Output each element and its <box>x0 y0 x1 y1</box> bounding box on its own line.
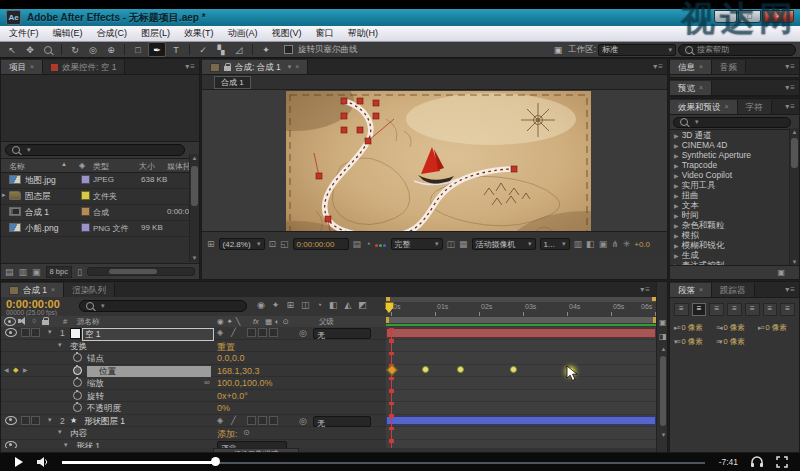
panel-menu-icon[interactable]: ▾≡ <box>785 285 796 294</box>
menu-item[interactable]: 帮助(H) <box>341 26 386 41</box>
panel-menu-icon[interactable]: ▾≡ <box>785 83 796 92</box>
brush-tool-icon[interactable]: ✓ <box>195 43 211 56</box>
effect-category[interactable]: ▶CINEMA 4D <box>670 140 799 150</box>
type-tool-icon[interactable]: T <box>168 43 184 56</box>
bit-depth-button[interactable]: 8 bpc <box>46 266 72 278</box>
breadcrumb[interactable]: 合成 1 <box>214 76 251 89</box>
headphones-icon[interactable] <box>750 456 764 468</box>
panel-menu-icon[interactable]: ▾≡ <box>785 102 796 111</box>
timeline-row[interactable]: ▾变换重置 <box>1 340 386 353</box>
effects-search-input[interactable]: ▾ <box>673 117 791 128</box>
label-column-icon[interactable]: ◈ <box>79 161 85 170</box>
parent-dropdown[interactable]: 无▾ <box>313 416 371 427</box>
volume-icon[interactable] <box>36 456 50 468</box>
column-parent[interactable]: 父级 <box>319 317 334 327</box>
selection-tool-icon[interactable]: ↖ <box>4 43 20 56</box>
brainstorm-icon[interactable]: ◧ <box>329 300 338 310</box>
label-swatch[interactable] <box>81 223 90 232</box>
audio-toggle-box[interactable] <box>21 328 30 337</box>
frame-blend-icon[interactable]: ◫ <box>301 300 310 310</box>
tab-effects-presets[interactable]: 效果和预设× <box>670 100 738 114</box>
graph-editor-icon[interactable]: ◩ <box>358 300 367 310</box>
magnification-dropdown[interactable]: (42.8%)▾ <box>219 238 265 250</box>
rectangle-tool-icon[interactable]: □ <box>130 43 146 56</box>
timeline-track-row[interactable] <box>386 352 656 365</box>
draft-3d-icon[interactable]: ✦ <box>272 300 280 310</box>
solo-toggle-box[interactable] <box>31 328 40 337</box>
align-right-button[interactable]: ≡ <box>709 303 724 316</box>
twirl-icon[interactable]: ▶ <box>674 213 679 219</box>
play-icon[interactable] <box>14 456 24 468</box>
project-item[interactable]: 地图.jpgJPEG638 KB <box>1 173 199 189</box>
close-icon[interactable]: × <box>51 283 55 297</box>
camera-dropdown[interactable]: 活动摄像机▾ <box>472 238 536 250</box>
menu-item[interactable]: 动画(A) <box>221 26 265 41</box>
indent-field[interactable]: ≡▾0 像素 <box>716 337 752 347</box>
parent-dropdown[interactable]: 无▾ <box>313 328 371 339</box>
twirl-icon[interactable]: ▶ <box>674 243 679 249</box>
comp-mini-flowchart-icon[interactable]: ◉ <box>257 300 265 310</box>
twirl-icon[interactable]: ▶ <box>674 203 679 209</box>
panel-menu-icon[interactable]: ▾≡ <box>640 285 651 294</box>
align-left-button[interactable]: ≡ <box>674 303 689 316</box>
audio-toggle-box[interactable] <box>21 416 30 425</box>
switch-box[interactable] <box>247 328 256 337</box>
current-time-indicator[interactable] <box>384 302 395 315</box>
twirl-icon[interactable]: ▾ <box>48 328 52 336</box>
timeline-row[interactable]: 不透明度0% <box>1 402 386 415</box>
project-item[interactable]: ▸固态层文件夹 <box>1 189 199 205</box>
menu-item[interactable]: 图层(L) <box>134 26 177 41</box>
project-item[interactable]: 合成 1合成0:00:0 <box>1 205 199 221</box>
pickwhip-icon[interactable]: ◎ <box>299 328 307 338</box>
column-source-name[interactable]: 源名称 <box>77 317 100 327</box>
pan-behind-tool-icon[interactable]: ⊕ <box>103 43 119 56</box>
flowchart-icon[interactable]: ⋔ <box>611 239 619 249</box>
exposure-icon[interactable]: ✳ <box>623 239 631 249</box>
stopwatch-icon[interactable] <box>73 391 82 400</box>
timeline-row[interactable]: ▾2★形状图层 1◈╱◎无▾ <box>1 415 386 428</box>
tab-timeline-comp[interactable]: 合成 1× <box>1 283 64 297</box>
hide-shy-icon[interactable]: ⊞ <box>286 300 294 310</box>
video-column-icon[interactable] <box>4 317 16 326</box>
help-search-input[interactable]: 搜索帮助 <box>678 44 796 56</box>
timeline-row[interactable]: 缩放∞100.0,100.0% <box>1 377 386 390</box>
property-label[interactable]: 位置 <box>87 366 211 377</box>
rotobezier-checkbox[interactable] <box>284 45 293 54</box>
snapshot-icon[interactable]: ▤ <box>353 239 362 249</box>
solo-toggle-box[interactable] <box>31 416 40 425</box>
timeline-vscrollbar[interactable] <box>660 356 666 426</box>
effect-category[interactable]: ▶模糊和锐化 <box>670 240 799 250</box>
kf-nav-prev-icon[interactable]: ◀ <box>4 366 9 373</box>
twirl-icon[interactable]: ▶ <box>674 163 679 169</box>
resolution-dropdown[interactable]: 完整▾ <box>391 238 443 250</box>
new-preset-icon[interactable]: ▣ <box>777 268 785 277</box>
maximize-button[interactable]: ▢ <box>738 10 761 23</box>
clone-stamp-tool-icon[interactable]: ▚ <box>213 43 229 56</box>
property-label[interactable]: 不透明度 <box>87 403 121 414</box>
effect-category[interactable]: ▶生成 <box>670 250 799 260</box>
motion-blur-icon[interactable]: ◔ <box>316 300 321 310</box>
kf-nav-diamond-icon[interactable]: ◆ <box>13 366 18 374</box>
effect-category[interactable]: ▶杂色和颗粒 <box>670 220 799 230</box>
timeline-button-icon[interactable]: ▣ <box>599 239 608 249</box>
kf-nav-next-icon[interactable]: ▶ <box>23 366 28 373</box>
project-item[interactable]: 小船.pngPNG 文件99 KB <box>1 221 199 237</box>
column-size[interactable]: 大小 <box>139 161 155 172</box>
pickwhip-icon[interactable]: ◎ <box>299 416 307 426</box>
timeline-row[interactable]: ▾内容添加:⊙ <box>1 427 386 440</box>
keyframe-dot[interactable] <box>457 366 464 373</box>
timeline-row[interactable]: ▾1空 1◈╱◎无▾ <box>1 327 386 340</box>
twirl-icon[interactable]: ▶ <box>674 223 679 229</box>
visibility-eye-icon[interactable] <box>5 416 17 425</box>
solo-column-icon[interactable]: ○ <box>32 317 36 324</box>
keyframe-dot[interactable] <box>510 366 517 373</box>
view-layout-dropdown[interactable]: 1...▾ <box>540 238 570 250</box>
label-swatch[interactable] <box>81 191 90 200</box>
panel-menu-icon[interactable]: ▾≡ <box>653 62 664 71</box>
add-icon[interactable]: ⊙ <box>243 428 250 437</box>
close-icon[interactable]: × <box>30 60 34 74</box>
audio-column-icon[interactable] <box>18 317 27 325</box>
project-column-header[interactable]: 名称 ▲ ◈ 类型 大小 媒体持续 <box>1 159 199 173</box>
keyframe-dot[interactable] <box>422 366 429 373</box>
camera-icon[interactable]: ◨ <box>659 332 667 341</box>
